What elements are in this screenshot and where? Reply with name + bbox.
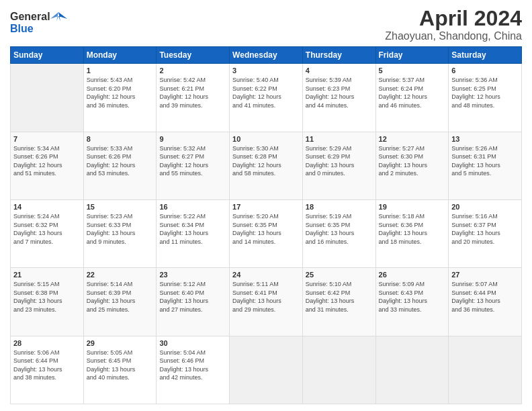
calendar-week-row: 28Sunrise: 5:06 AM Sunset: 6:44 PM Dayli… bbox=[11, 336, 522, 404]
day-number: 15 bbox=[87, 203, 154, 211]
title-area: April 2024 Zhaoyuan, Shandong, China bbox=[385, 7, 522, 42]
day-number: 27 bbox=[451, 271, 519, 279]
day-number: 24 bbox=[232, 271, 300, 279]
page: General Blue April 2024 Zhaoyuan, Shando… bbox=[0, 0, 532, 411]
day-number: 23 bbox=[159, 271, 226, 279]
day-number: 30 bbox=[159, 339, 226, 347]
day-number: 22 bbox=[87, 271, 154, 279]
table-row: 17Sunrise: 5:20 AM Sunset: 6:35 PM Dayli… bbox=[230, 199, 303, 267]
calendar-week-row: 1Sunrise: 5:43 AM Sunset: 6:20 PM Daylig… bbox=[11, 64, 522, 132]
table-row: 5Sunrise: 5:37 AM Sunset: 6:24 PM Daylig… bbox=[375, 64, 449, 132]
col-friday: Friday bbox=[375, 47, 449, 64]
day-number: 16 bbox=[159, 203, 226, 211]
table-row: 3Sunrise: 5:40 AM Sunset: 6:22 PM Daylig… bbox=[230, 64, 303, 132]
day-number: 6 bbox=[451, 66, 519, 75]
calendar-week-row: 14Sunrise: 5:24 AM Sunset: 6:32 PM Dayli… bbox=[11, 199, 522, 267]
day-number: 18 bbox=[306, 203, 373, 211]
table-row: 13Sunrise: 5:26 AM Sunset: 6:31 PM Dayli… bbox=[449, 132, 522, 199]
table-row bbox=[302, 336, 375, 404]
svg-text:Blue: Blue bbox=[10, 23, 34, 34]
day-info: Sunrise: 5:07 AM Sunset: 6:44 PM Dayligh… bbox=[451, 280, 519, 314]
day-info: Sunrise: 5:32 AM Sunset: 6:27 PM Dayligh… bbox=[159, 144, 226, 178]
day-info: Sunrise: 5:26 AM Sunset: 6:31 PM Dayligh… bbox=[451, 144, 519, 178]
table-row: 2Sunrise: 5:42 AM Sunset: 6:21 PM Daylig… bbox=[157, 64, 230, 132]
logo-text: General Blue bbox=[10, 7, 71, 40]
svg-text:General: General bbox=[10, 11, 50, 22]
table-row: 21Sunrise: 5:15 AM Sunset: 6:38 PM Dayli… bbox=[11, 268, 84, 336]
day-number: 12 bbox=[379, 135, 446, 143]
day-number: 25 bbox=[306, 271, 373, 279]
day-info: Sunrise: 5:23 AM Sunset: 6:33 PM Dayligh… bbox=[87, 212, 154, 246]
table-row: 15Sunrise: 5:23 AM Sunset: 6:33 PM Dayli… bbox=[83, 199, 157, 267]
day-info: Sunrise: 5:12 AM Sunset: 6:40 PM Dayligh… bbox=[159, 280, 226, 314]
svg-marker-3 bbox=[50, 12, 58, 21]
day-info: Sunrise: 5:18 AM Sunset: 6:36 PM Dayligh… bbox=[379, 212, 446, 246]
day-number: 11 bbox=[306, 135, 373, 143]
day-info: Sunrise: 5:42 AM Sunset: 6:21 PM Dayligh… bbox=[159, 76, 226, 109]
table-row: 22Sunrise: 5:14 AM Sunset: 6:39 PM Dayli… bbox=[83, 268, 157, 336]
day-number: 29 bbox=[87, 339, 154, 347]
day-info: Sunrise: 5:30 AM Sunset: 6:28 PM Dayligh… bbox=[232, 144, 300, 178]
day-number: 20 bbox=[451, 203, 519, 211]
table-row: 29Sunrise: 5:05 AM Sunset: 6:45 PM Dayli… bbox=[83, 336, 157, 404]
day-info: Sunrise: 5:11 AM Sunset: 6:41 PM Dayligh… bbox=[232, 280, 300, 314]
col-saturday: Saturday bbox=[449, 47, 522, 64]
table-row: 19Sunrise: 5:18 AM Sunset: 6:36 PM Dayli… bbox=[375, 199, 449, 267]
col-thursday: Thursday bbox=[302, 47, 375, 64]
day-number: 13 bbox=[451, 135, 519, 143]
day-info: Sunrise: 5:16 AM Sunset: 6:37 PM Dayligh… bbox=[451, 212, 519, 246]
day-info: Sunrise: 5:36 AM Sunset: 6:25 PM Dayligh… bbox=[451, 76, 519, 109]
day-info: Sunrise: 5:15 AM Sunset: 6:38 PM Dayligh… bbox=[13, 280, 81, 314]
day-number: 17 bbox=[232, 203, 300, 211]
table-row: 12Sunrise: 5:27 AM Sunset: 6:30 PM Dayli… bbox=[375, 132, 449, 199]
day-info: Sunrise: 5:10 AM Sunset: 6:42 PM Dayligh… bbox=[306, 280, 373, 314]
day-info: Sunrise: 5:39 AM Sunset: 6:23 PM Dayligh… bbox=[306, 76, 373, 109]
table-row: 16Sunrise: 5:22 AM Sunset: 6:34 PM Dayli… bbox=[157, 199, 230, 267]
day-number: 8 bbox=[87, 135, 154, 143]
calendar-week-row: 7Sunrise: 5:34 AM Sunset: 6:26 PM Daylig… bbox=[11, 132, 522, 199]
col-monday: Monday bbox=[83, 47, 157, 64]
table-row: 23Sunrise: 5:12 AM Sunset: 6:40 PM Dayli… bbox=[157, 268, 230, 336]
day-number: 3 bbox=[232, 66, 300, 75]
day-info: Sunrise: 5:33 AM Sunset: 6:26 PM Dayligh… bbox=[87, 144, 154, 178]
day-number: 7 bbox=[13, 135, 81, 143]
table-row: 6Sunrise: 5:36 AM Sunset: 6:25 PM Daylig… bbox=[449, 64, 522, 132]
calendar-title: April 2024 bbox=[385, 7, 522, 30]
svg-marker-2 bbox=[58, 12, 67, 21]
day-number: 5 bbox=[379, 66, 446, 75]
day-info: Sunrise: 5:04 AM Sunset: 6:46 PM Dayligh… bbox=[159, 349, 226, 382]
table-row: 10Sunrise: 5:30 AM Sunset: 6:28 PM Dayli… bbox=[230, 132, 303, 199]
table-row bbox=[11, 64, 84, 132]
day-info: Sunrise: 5:05 AM Sunset: 6:45 PM Dayligh… bbox=[87, 349, 154, 382]
table-row bbox=[449, 336, 522, 404]
col-wednesday: Wednesday bbox=[230, 47, 303, 64]
day-info: Sunrise: 5:22 AM Sunset: 6:34 PM Dayligh… bbox=[159, 212, 226, 246]
day-info: Sunrise: 5:24 AM Sunset: 6:32 PM Dayligh… bbox=[13, 212, 81, 246]
calendar-header-row: Sunday Monday Tuesday Wednesday Thursday… bbox=[11, 47, 522, 64]
table-row bbox=[375, 336, 449, 404]
table-row: 27Sunrise: 5:07 AM Sunset: 6:44 PM Dayli… bbox=[449, 268, 522, 336]
day-info: Sunrise: 5:29 AM Sunset: 6:29 PM Dayligh… bbox=[306, 144, 373, 178]
day-number: 19 bbox=[379, 203, 446, 211]
day-number: 26 bbox=[379, 271, 446, 279]
table-row: 24Sunrise: 5:11 AM Sunset: 6:41 PM Dayli… bbox=[230, 268, 303, 336]
day-number: 1 bbox=[87, 66, 154, 75]
day-number: 9 bbox=[159, 135, 226, 143]
table-row: 14Sunrise: 5:24 AM Sunset: 6:32 PM Dayli… bbox=[11, 199, 84, 267]
logo: General Blue bbox=[10, 7, 71, 40]
calendar-table: Sunday Monday Tuesday Wednesday Thursday… bbox=[10, 46, 522, 404]
day-info: Sunrise: 5:14 AM Sunset: 6:39 PM Dayligh… bbox=[87, 280, 154, 314]
table-row: 4Sunrise: 5:39 AM Sunset: 6:23 PM Daylig… bbox=[302, 64, 375, 132]
day-number: 21 bbox=[13, 271, 81, 279]
table-row: 20Sunrise: 5:16 AM Sunset: 6:37 PM Dayli… bbox=[449, 199, 522, 267]
header: General Blue April 2024 Zhaoyuan, Shando… bbox=[10, 7, 522, 42]
day-info: Sunrise: 5:19 AM Sunset: 6:35 PM Dayligh… bbox=[306, 212, 373, 246]
day-info: Sunrise: 5:34 AM Sunset: 6:26 PM Dayligh… bbox=[13, 144, 81, 178]
table-row: 25Sunrise: 5:10 AM Sunset: 6:42 PM Dayli… bbox=[302, 268, 375, 336]
day-info: Sunrise: 5:43 AM Sunset: 6:20 PM Dayligh… bbox=[87, 76, 154, 109]
day-info: Sunrise: 5:40 AM Sunset: 6:22 PM Dayligh… bbox=[232, 76, 300, 109]
day-number: 2 bbox=[159, 66, 226, 75]
calendar-subtitle: Zhaoyuan, Shandong, China bbox=[385, 30, 522, 42]
col-tuesday: Tuesday bbox=[157, 47, 230, 64]
day-info: Sunrise: 5:06 AM Sunset: 6:44 PM Dayligh… bbox=[13, 349, 81, 382]
